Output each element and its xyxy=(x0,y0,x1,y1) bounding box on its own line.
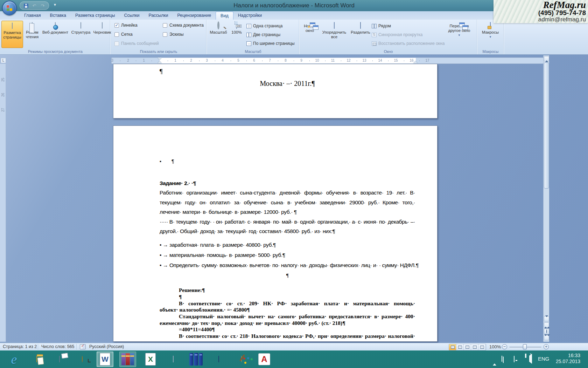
taskbar-excel-button[interactable]: X xyxy=(142,352,159,367)
taskbar-notepad-button[interactable] xyxy=(165,352,182,367)
taskbar-word-button[interactable]: W xyxy=(97,352,113,367)
hanging-indent-marker[interactable] xyxy=(158,61,162,63)
разметка-страницы-button[interactable]: Разметка страницы xyxy=(1,21,23,48)
input-language-indicator[interactable]: ENG xyxy=(538,356,550,362)
taskbar-adobe-reader-button[interactable]: A xyxy=(256,352,273,367)
language-indicator[interactable]: Русский (Россия) xyxy=(89,344,124,349)
ribbon-group-label: Масштаб xyxy=(207,49,299,54)
spellcheck-status-icon[interactable] xyxy=(80,344,86,349)
next-page-button[interactable] xyxy=(544,335,549,340)
ruler-number: 6 xyxy=(251,59,258,62)
ruler-tick xyxy=(152,60,152,61)
button-label: Масштаб xyxy=(210,30,227,35)
taskbar-paint-button[interactable] xyxy=(233,352,250,367)
document-line: ¶ xyxy=(160,271,415,282)
word-application-window: ↶ ↷ ▼ Налоги и налогооблажение - Microso… xyxy=(0,0,588,368)
ruler-number: 9 xyxy=(298,59,305,62)
zoom-slider-thumb[interactable] xyxy=(523,344,527,349)
checkbox-линейка[interactable]: ✓Линейка xyxy=(114,22,138,28)
taskbar-binders-button[interactable] xyxy=(188,352,204,367)
черновик-button[interactable]: Черновик xyxy=(92,21,112,48)
office-button[interactable] xyxy=(2,1,17,15)
tab-надстройки[interactable]: Надстройки xyxy=(233,12,267,20)
page-indicator[interactable]: Страница: 1 из 2 xyxy=(3,344,37,349)
volume-icon[interactable] xyxy=(529,356,532,362)
horizontal-ruler[interactable]: 3211234567891011121314151617 xyxy=(111,57,544,64)
ribbon-group-масштаб: МасштабМасштаб100100%Одна страницаДве ст… xyxy=(207,20,299,54)
outline-view-button[interactable] xyxy=(471,344,478,350)
разделить-button[interactable]: Разделить xyxy=(350,21,371,48)
tab-рецензирование[interactable]: Рецензирование xyxy=(173,12,216,20)
page2-content: ▪ ¶Задание· 2.· ·¶Работник· организации·… xyxy=(160,157,415,340)
print-layout-view-button[interactable] xyxy=(449,344,456,350)
упорядочить-все-button[interactable]: Упорядочить все xyxy=(320,21,349,48)
taskbar-internet-explorer-button[interactable]: e xyxy=(6,352,22,367)
режим-чтения-button[interactable]: Режим чтения xyxy=(24,21,41,48)
vertical-scrollbar[interactable] xyxy=(543,55,549,342)
перейти-в-другое-окно-button[interactable]: Перейти в другое окно▼ xyxy=(443,21,475,48)
checkbox-схема-документа[interactable]: Схема документа xyxy=(163,22,204,28)
ruler-tick xyxy=(309,60,310,61)
scroll-down-button[interactable] xyxy=(544,316,549,321)
unchecked-checkbox-icon[interactable] xyxy=(163,23,167,28)
document-page-2[interactable]: ▪ ¶Задание· 2.· ·¶Работник· организации·… xyxy=(113,125,438,342)
одна-страница-button[interactable]: Одна страница xyxy=(246,23,282,29)
document-line: объект· налогообложения.· =· 45800¶ xyxy=(160,307,415,313)
taskbar-file-explorer-button[interactable] xyxy=(28,352,45,367)
tab-ссылки[interactable]: Ссылки xyxy=(119,12,144,20)
network-icon[interactable] xyxy=(514,356,514,362)
first-line-indent-marker[interactable] xyxy=(158,57,162,60)
структура-button[interactable]: Структура xyxy=(70,21,92,48)
taskbar-fax-scanner-button[interactable] xyxy=(51,352,68,367)
taskbar-outlook-clock-button[interactable] xyxy=(74,352,91,367)
document-line: Москва· –· 2011г.¶ xyxy=(160,80,415,92)
масштаб-button[interactable]: Масштаб xyxy=(209,21,228,48)
ruler-number: 7 xyxy=(266,59,273,62)
watermark-brand: RefMag.ru xyxy=(496,0,586,9)
zoom-level-label[interactable]: 100% xyxy=(489,344,501,349)
checkbox-эскизы[interactable]: Эскизы xyxy=(163,32,184,37)
taskbar-calculator-button[interactable] xyxy=(210,352,227,367)
tab-разметка-страницы[interactable]: Разметка страницы xyxy=(71,12,119,20)
scrollbar-thumb[interactable] xyxy=(544,62,549,189)
макросы-button[interactable]: Макросы▼ xyxy=(480,21,501,48)
zoom-in-button[interactable]: + xyxy=(544,344,549,349)
taskbar-winrar-button[interactable] xyxy=(119,352,136,367)
рядом-button[interactable]: Рядом xyxy=(372,23,391,29)
новое-окно-button[interactable]: ✦Новое окно xyxy=(301,21,319,48)
tab-рассылки[interactable]: Рассылки xyxy=(144,12,173,20)
select-browse-object-button[interactable] xyxy=(544,329,549,334)
по-ширине-страницы-button[interactable]: По ширине страницы xyxy=(246,40,295,47)
unchecked-checkbox-icon[interactable] xyxy=(114,32,119,37)
draft-view-button[interactable] xyxy=(478,344,486,350)
tray-clock[interactable]: 16:33 25.07.2013 xyxy=(552,353,580,364)
checkbox-label: Схема документа xyxy=(169,23,204,28)
document-page-1[interactable]: ¶Москва· –· 2011г.¶ xyxy=(113,64,438,118)
web-layout-view-button[interactable] xyxy=(464,344,471,350)
zoom-out-button[interactable]: − xyxy=(502,344,507,349)
ruler-tick xyxy=(246,60,247,61)
100-button[interactable]: 100100% xyxy=(229,21,244,48)
checkbox-сетка[interactable]: Сетка xyxy=(114,32,133,37)
tray-expand-arrow[interactable] xyxy=(493,357,496,364)
previous-page-button[interactable] xyxy=(544,322,549,328)
две-страницы-button[interactable]: Две страницы xyxy=(246,32,280,38)
ruler-number: 13 xyxy=(361,59,368,62)
tab-главная[interactable]: Главная xyxy=(20,12,46,20)
ruler-tick xyxy=(278,60,278,61)
vertical-ruler[interactable]: 252627 xyxy=(0,64,6,342)
checked-checkbox-icon[interactable]: ✓ xyxy=(114,23,119,28)
веб-документ-button[interactable]: Веб-документ xyxy=(41,21,69,48)
tab-вид[interactable]: Вид xyxy=(216,12,233,20)
file-explorer-icon xyxy=(36,356,37,362)
ruler-number: 5 xyxy=(235,59,242,62)
tab-stop-selector[interactable]: L xyxy=(1,58,6,63)
word-count[interactable]: Число слов: 565 xyxy=(41,344,75,349)
scroll-up-button[interactable] xyxy=(544,56,549,61)
fullscreen-reading-view-button[interactable] xyxy=(456,344,464,350)
ribbon-group-label: Окно xyxy=(300,49,477,54)
unchecked-checkbox-icon[interactable] xyxy=(163,32,167,37)
unchecked-checkbox-icon[interactable] xyxy=(114,41,119,46)
tab-вставка[interactable]: Вставка xyxy=(46,12,71,20)
action-center-flag-icon[interactable] xyxy=(503,357,504,363)
